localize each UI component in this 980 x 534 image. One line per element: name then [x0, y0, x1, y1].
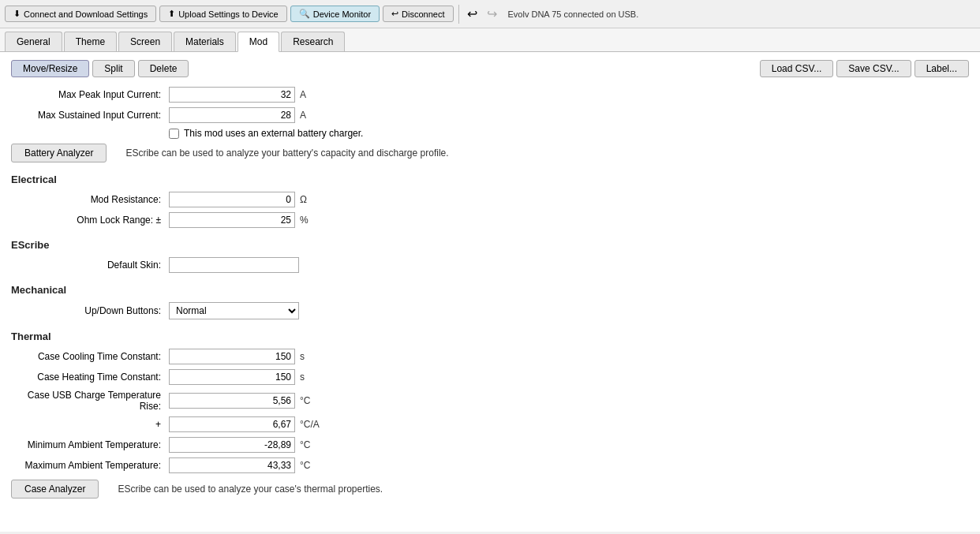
- case-heating-label: Case Heating Time Constant:: [11, 372, 169, 383]
- ohm-lock-unit: %: [300, 215, 309, 226]
- max-peak-unit: A: [300, 89, 306, 100]
- external-charger-label: This mod uses an external battery charge…: [184, 128, 363, 139]
- disconnect-button[interactable]: ↩ Disconnect: [383, 6, 453, 22]
- status-text: Evolv DNA 75 connected on USB.: [508, 9, 639, 19]
- case-analyzer-button[interactable]: Case Analyzer: [11, 480, 99, 499]
- action-row-left: Move/Resize Split Delete: [11, 60, 189, 77]
- load-csv-button[interactable]: Load CSV...: [760, 60, 834, 77]
- default-skin-input[interactable]: [169, 257, 299, 273]
- max-ambient-label: Maximum Ambient Temperature:: [11, 460, 169, 471]
- min-ambient-unit: °C: [300, 439, 310, 450]
- disconnect-label: Disconnect: [402, 9, 444, 19]
- min-ambient-label: Minimum Ambient Temperature:: [11, 439, 169, 450]
- upload-settings-label: Upload Settings to Device: [178, 9, 279, 19]
- default-skin-row: Default Skin:: [11, 257, 969, 273]
- case-usb-plus-label: +: [11, 419, 169, 430]
- tab-materials[interactable]: Materials: [174, 32, 236, 51]
- split-button[interactable]: Split: [92, 60, 134, 77]
- connect-download-label: Connect and Download Settings: [24, 9, 148, 19]
- case-usb-input[interactable]: [169, 393, 295, 409]
- delete-button[interactable]: Delete: [138, 60, 189, 77]
- case-cooling-unit: s: [300, 351, 305, 362]
- tab-research[interactable]: Research: [281, 32, 345, 51]
- connect-icon: ⬇: [13, 9, 21, 19]
- ohm-lock-row: Ohm Lock Range: ± %: [11, 212, 969, 228]
- tab-bar: General Theme Screen Materials Mod Resea…: [0, 28, 980, 52]
- device-monitor-button[interactable]: 🔍 Device Monitor: [290, 6, 380, 22]
- disconnect-icon: ↩: [391, 9, 398, 19]
- upload-settings-button[interactable]: ⬆ Upload Settings to Device: [159, 6, 287, 22]
- max-peak-label: Max Peak Input Current:: [11, 89, 169, 100]
- tab-theme[interactable]: Theme: [64, 32, 117, 51]
- external-charger-row: This mod uses an external battery charge…: [169, 128, 969, 139]
- case-usb-unit: °C: [300, 395, 310, 406]
- max-peak-input[interactable]: [169, 87, 295, 103]
- tab-mod[interactable]: Mod: [238, 32, 279, 52]
- max-peak-row: Max Peak Input Current: A: [11, 87, 969, 103]
- undo-icon[interactable]: ↩: [464, 5, 481, 23]
- max-sustained-unit: A: [300, 110, 306, 121]
- case-usb-label: Case USB Charge Temperature Rise:: [11, 390, 169, 412]
- max-ambient-input[interactable]: [169, 457, 295, 473]
- mod-resistance-row: Mod Resistance: Ω: [11, 192, 969, 207]
- ohm-lock-label: Ohm Lock Range: ±: [11, 215, 169, 226]
- case-usb-plus-row: + °C/A: [11, 416, 969, 432]
- case-usb-plus-unit: °C/A: [300, 419, 320, 430]
- external-charger-checkbox[interactable]: [169, 129, 179, 139]
- upload-icon: ⬆: [168, 9, 175, 19]
- updown-buttons-label: Up/Down Buttons:: [11, 305, 169, 316]
- case-usb-plus-input[interactable]: [169, 416, 295, 432]
- action-row-right: Load CSV... Save CSV... Label...: [760, 60, 969, 77]
- max-sustained-label: Max Sustained Input Current:: [11, 110, 169, 121]
- min-ambient-row: Minimum Ambient Temperature: °C: [11, 437, 969, 453]
- toolbar-separator: [458, 5, 459, 24]
- case-cooling-input[interactable]: [169, 349, 295, 364]
- case-heating-unit: s: [300, 372, 305, 383]
- ohm-lock-input[interactable]: [169, 212, 295, 228]
- redo-icon[interactable]: ↪: [484, 5, 500, 23]
- case-usb-row: Case USB Charge Temperature Rise: °C: [11, 390, 969, 412]
- escribe-section-title: EScribe: [11, 239, 969, 251]
- battery-info-text: EScribe can be used to analyze your batt…: [125, 148, 448, 159]
- toolbar: ⬇ Connect and Download Settings ⬆ Upload…: [0, 0, 980, 28]
- mod-resistance-unit: Ω: [300, 194, 307, 205]
- monitor-icon: 🔍: [299, 9, 310, 19]
- max-ambient-row: Maximum Ambient Temperature: °C: [11, 457, 969, 473]
- updown-buttons-row: Up/Down Buttons: Normal Swapped: [11, 302, 969, 319]
- max-ambient-unit: °C: [300, 460, 310, 471]
- case-cooling-row: Case Cooling Time Constant: s: [11, 349, 969, 364]
- main-content: Move/Resize Split Delete Load CSV... Sav…: [0, 52, 980, 532]
- mod-resistance-label: Mod Resistance:: [11, 194, 169, 205]
- tab-screen[interactable]: Screen: [118, 32, 172, 51]
- max-sustained-row: Max Sustained Input Current: A: [11, 107, 969, 123]
- min-ambient-input[interactable]: [169, 437, 295, 453]
- case-analyzer-row: Case Analyzer EScribe can be used to ana…: [11, 480, 969, 499]
- mechanical-section-title: Mechanical: [11, 284, 969, 296]
- electrical-section-title: Electrical: [11, 174, 969, 185]
- case-cooling-label: Case Cooling Time Constant:: [11, 351, 169, 362]
- action-row: Move/Resize Split Delete Load CSV... Sav…: [11, 60, 969, 77]
- battery-analyzer-button[interactable]: Battery Analyzer: [11, 144, 107, 162]
- default-skin-label: Default Skin:: [11, 260, 169, 271]
- case-heating-row: Case Heating Time Constant: s: [11, 369, 969, 385]
- updown-buttons-select[interactable]: Normal Swapped: [169, 302, 299, 319]
- label-button[interactable]: Label...: [915, 60, 969, 77]
- battery-analyzer-row: Battery Analyzer EScribe can be used to …: [11, 144, 969, 162]
- case-heating-input[interactable]: [169, 369, 295, 385]
- device-monitor-label: Device Monitor: [313, 9, 371, 19]
- move-resize-button[interactable]: Move/Resize: [11, 60, 89, 77]
- mod-resistance-input[interactable]: [169, 192, 295, 207]
- max-sustained-input[interactable]: [169, 107, 295, 123]
- case-analyzer-info-text: EScribe can be used to analyze your case…: [118, 484, 383, 495]
- tab-general[interactable]: General: [5, 32, 62, 51]
- save-csv-button[interactable]: Save CSV...: [836, 60, 911, 77]
- connect-download-button[interactable]: ⬇ Connect and Download Settings: [5, 6, 156, 22]
- thermal-section-title: Thermal: [11, 330, 969, 342]
